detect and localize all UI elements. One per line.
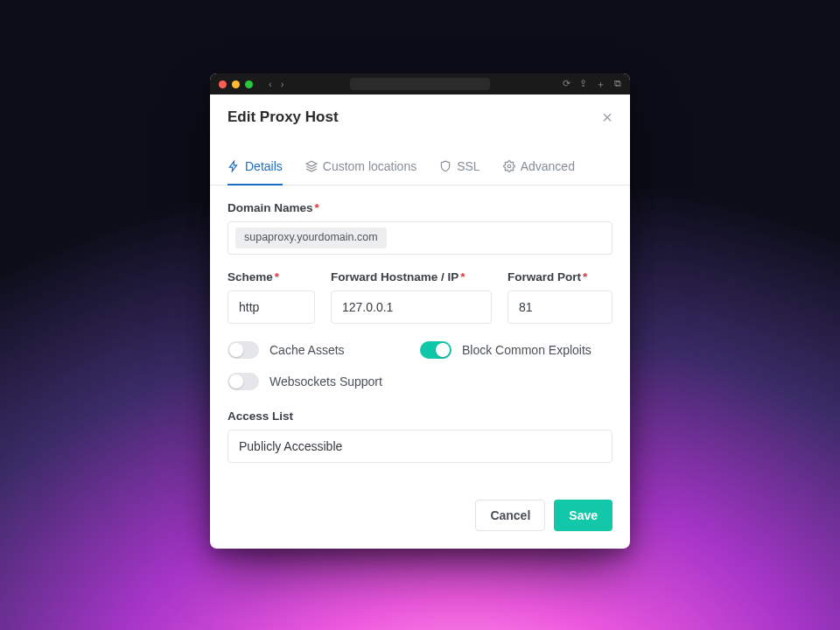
- tab-advanced[interactable]: Advanced: [503, 159, 575, 186]
- websockets-toggle[interactable]: [228, 373, 259, 390]
- access-list-value: Publicly Accessible: [239, 439, 342, 453]
- scheme-label: Scheme*: [228, 270, 315, 284]
- access-list-select[interactable]: Publicly Accessible: [228, 430, 612, 463]
- new-tab-icon[interactable]: ＋: [596, 78, 606, 91]
- modal-footer: Cancel Save: [210, 470, 630, 549]
- tab-details-label: Details: [245, 159, 283, 173]
- modal-header: Edit Proxy Host ×: [210, 94, 630, 140]
- minimize-window-button[interactable]: [232, 80, 240, 88]
- browser-window: ‹ › ⟳ ⇪ ＋ ⧉ Edit Proxy Host × Details Cu…: [210, 74, 630, 549]
- address-bar[interactable]: [350, 78, 490, 90]
- domain-names-label: Domain Names*: [228, 201, 612, 214]
- tab-advanced-label: Advanced: [521, 159, 575, 173]
- block-exploits-toggle-row: Block Common Exploits: [420, 341, 612, 359]
- websockets-toggle-row: Websockets Support: [228, 373, 420, 390]
- cache-assets-toggle[interactable]: [228, 341, 259, 359]
- websockets-label: Websockets Support: [270, 374, 382, 388]
- cache-assets-toggle-row: Cache Assets: [228, 341, 420, 359]
- cancel-button[interactable]: Cancel: [475, 500, 545, 531]
- tab-custom-locations[interactable]: Custom locations: [305, 159, 416, 186]
- required-asterisk: *: [315, 201, 319, 214]
- forward-hostname-label: Forward Hostname / IP*: [331, 270, 492, 284]
- domain-chip[interactable]: supaproxy.yourdomain.com: [235, 228, 387, 248]
- close-icon[interactable]: ×: [602, 108, 612, 126]
- zoom-window-button[interactable]: [245, 80, 253, 88]
- block-exploits-label: Block Common Exploits: [462, 343, 592, 357]
- share-icon[interactable]: ⇪: [579, 78, 587, 91]
- back-icon[interactable]: ‹: [269, 79, 272, 89]
- forward-port-input[interactable]: 81: [508, 290, 612, 324]
- tab-details[interactable]: Details: [228, 159, 283, 186]
- tab-bar: Details Custom locations SSL Advanced: [210, 140, 630, 186]
- save-button[interactable]: Save: [554, 500, 612, 531]
- tab-custom-locations-label: Custom locations: [323, 159, 416, 173]
- access-list-label: Access List: [228, 410, 612, 423]
- tab-ssl[interactable]: SSL: [439, 159, 480, 186]
- cache-assets-label: Cache Assets: [270, 343, 345, 357]
- traffic-lights: [219, 80, 253, 88]
- shield-icon: [439, 160, 452, 172]
- layers-icon: [305, 160, 318, 172]
- svg-point-0: [508, 164, 511, 168]
- tabs-overview-icon[interactable]: ⧉: [614, 78, 621, 91]
- scheme-select[interactable]: http: [228, 290, 315, 324]
- modal-body: Domain Names* supaproxy.yourdomain.com S…: [210, 186, 630, 470]
- forward-port-value: 81: [519, 300, 533, 314]
- forward-icon[interactable]: ›: [281, 79, 284, 89]
- bolt-icon: [228, 160, 240, 172]
- gear-icon: [503, 160, 515, 172]
- reload-icon[interactable]: ⟳: [563, 78, 570, 91]
- domain-names-input[interactable]: supaproxy.yourdomain.com: [228, 221, 612, 255]
- tab-ssl-label: SSL: [457, 159, 480, 173]
- close-window-button[interactable]: [219, 80, 227, 88]
- forward-hostname-value: 127.0.0.1: [342, 300, 393, 314]
- titlebar: ‹ › ⟳ ⇪ ＋ ⧉: [210, 74, 630, 94]
- modal-title: Edit Proxy Host: [228, 108, 339, 126]
- scheme-value: http: [239, 300, 259, 314]
- forward-hostname-input[interactable]: 127.0.0.1: [331, 290, 492, 324]
- block-exploits-toggle[interactable]: [420, 341, 452, 359]
- forward-port-label: Forward Port*: [508, 270, 612, 284]
